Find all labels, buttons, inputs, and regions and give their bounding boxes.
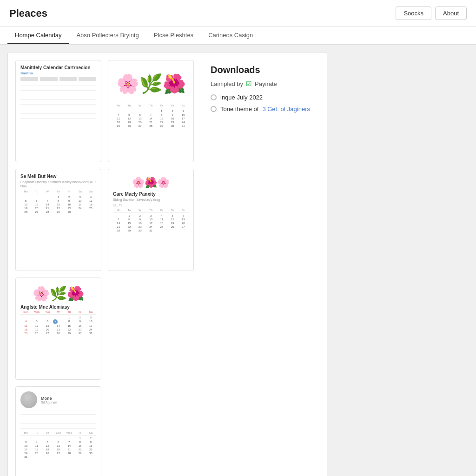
panel-subtitle: Laimpled by ☑ Payirate [211,80,310,87]
radio-circle-2[interactable] [211,106,217,112]
card1-subtitle: Santna [20,71,96,75]
card2-mini-cal: MoTuWThFrSaSu 123 45678910 1112131415161… [113,104,189,128]
app-header: Pleaces Soocks About [0,0,476,27]
card5-title: Anglste Mne Alemiasy [20,304,96,310]
card6-mini-cal: MoTuThEncWedFrSa 12 3456789 101112131415… [20,431,96,459]
main-content: Manitdely Calendar Cartrnecion Santna [0,45,476,476]
tab-bar: Hompe Calenday Abso Pollecters Bryintg P… [0,27,476,45]
panel-subtitle-pre: Laimpled by [211,80,243,87]
soocks-button[interactable]: Soocks [396,7,431,20]
card1-title: Manitdely Calendar Cartrnecion [20,65,96,70]
about-button[interactable]: About [435,7,467,20]
card5-mini-cal: SunMonTueWThFrSa 123 45678910 1112131415… [20,311,96,335]
card1-table-header [20,77,96,81]
panel-title: Downloads [211,65,310,75]
card-gare-macly[interactable]: 🌸🌺🌸 Gare Macly Panxity Siding Savelion S… [108,169,194,271]
radio-item-1: inque July 2022 [211,94,310,101]
content-inner: Manitdely Calendar Cartrnecion Santna [15,60,319,476]
card2-flower: 🌸🌿🌺 [113,65,189,102]
card-floral-calendar[interactable]: 🌸🌿🌺 MoTuWThFrSaSu 123 45678910 111213141… [108,60,194,162]
card-anglste[interactable]: 🌸🌿🌺 Anglste Mne Alemiasy SunMonTueWThFrS… [15,278,101,380]
checkmark-icon: ☑ [246,80,252,87]
card-monthly-calendar[interactable]: Manitdely Calendar Cartrnecion Santna [15,60,101,162]
card-se-meil[interactable]: Se Meil But New Baapboth Obantry anntmen… [15,169,101,271]
card6-avatar [20,391,37,408]
card3-mini-cal: MoTuWThFrSaSu 1234 567891011 12131415161… [20,190,96,214]
card4-mini-cal: MoTuWThFrSaSu 123456 78910111213 1415161… [113,209,189,232]
card6-profile-row: Mone Sd Agbryer [20,391,96,408]
card4-flower: 🌸🌺🌸 [113,174,189,192]
card3-desc: Baapboth Obantry anntment Kaney bland-de… [20,180,96,188]
tab-home-calenday[interactable]: Hompe Calenday [7,27,69,44]
content-panel: Manitdely Calendar Cartrnecion Santna [7,52,327,476]
card6-lines [20,411,96,429]
app-title: Pleaces [9,7,47,20]
card-grid: Manitdely Calendar Cartrnecion Santna [15,60,194,476]
tab-plcse-pleshtes[interactable]: Plcse Pleshtes [146,27,201,44]
card5-flower: 🌸🌿🌺 [20,283,96,304]
downloads-panel: Downloads Laimpled by ☑ Payirate inque J… [201,60,319,476]
radio-item-2: Tone theme of 3 Get: of Jaginers [211,106,310,112]
card4-subtitle: Siding Savelion Saved as'y'strag [113,198,189,202]
header-button-group: Soocks About [396,7,467,20]
panel-subtitle-brand: Payirate [255,80,277,87]
radio-label-2-link[interactable]: 3 Get: of Jaginers [262,106,310,112]
card6-profile-info: Mone Sd Agbryer [41,396,96,404]
card3-title: Se Meil But New [20,174,96,179]
tab-abso-pollecters[interactable]: Abso Pollecters Bryintg [69,27,146,44]
radio-label-1: inque July 2022 [220,94,263,101]
radio-label-2-pre: Tone theme of [220,106,258,112]
card-mone[interactable]: Mone Sd Agbryer MoTuThEncWedFrSa [15,386,101,476]
card6-sub: Sd Agbryer [41,401,96,404]
radio-circle-1[interactable] [211,94,217,100]
tab-carineos-casign[interactable]: Carineos Casign [201,27,260,44]
card6-name: Mone [41,396,96,401]
card4-title: Gare Macly Panxity [113,192,189,197]
card4-label: UL, TL [113,204,189,207]
